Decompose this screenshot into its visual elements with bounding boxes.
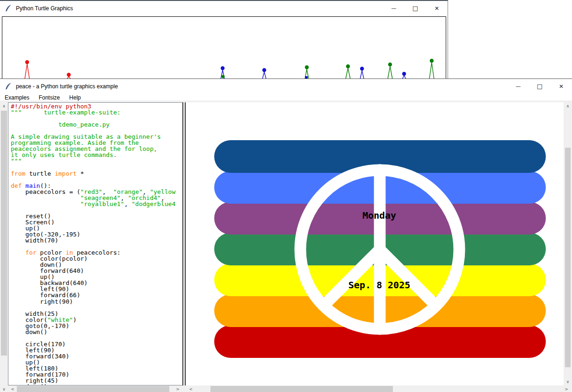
code-line: down()	[11, 329, 182, 335]
maximize-button[interactable]: □	[405, 1, 426, 15]
code-line: tdemo_peace.py	[11, 121, 182, 128]
scroll-left-icon[interactable]: <	[187, 385, 195, 392]
code-text: #!/usr/bin/env python3""" turtle-example…	[11, 103, 182, 385]
peace-example-window: peace - a Python turtle graphics example…	[0, 78, 572, 392]
turtle-figure	[25, 60, 29, 79]
code-vertical-scrollbar[interactable]: ∧	[0, 102, 8, 385]
code-line: width(70)	[11, 237, 182, 243]
canvas-vscroll-thumb[interactable]	[565, 148, 571, 367]
code-line: it only uses turtle commands.	[11, 152, 182, 158]
turtle-figure	[346, 64, 350, 79]
turtle-figures-drawing	[2, 17, 446, 80]
turtle-figure	[360, 67, 364, 79]
window-title: peace - a Python turtle graphics example	[16, 83, 118, 90]
tk-feather-icon	[4, 4, 12, 12]
tk-feather-icon	[4, 82, 12, 90]
turtle-figure	[262, 68, 266, 79]
canvas-vertical-scrollbar[interactable]: ∧ ∨	[564, 102, 572, 385]
scroll-up-icon[interactable]: ∧	[0, 102, 8, 110]
date-label: Sep. 8 2025	[348, 279, 410, 291]
canvas-horizontal-scrollbar[interactable]: < >	[186, 385, 572, 392]
source-code-pane[interactable]: #!/usr/bin/env python3""" turtle-example…	[8, 102, 182, 385]
pane-divider	[182, 102, 186, 392]
menu-bar: Examples Fontsize Help	[0, 93, 572, 102]
turtle-figure	[388, 63, 392, 79]
code-line: right(90)	[11, 299, 182, 305]
code-vscroll-thumb[interactable]	[1, 111, 7, 356]
code-horizontal-scrollbar[interactable]: < >	[8, 385, 182, 392]
turtle-window-titlebar[interactable]: Python Turtle Graphics — □ ✕	[0, 1, 448, 15]
code-line: """ turtle-example-suite:	[11, 109, 182, 115]
code-line: from turtle import *	[11, 171, 182, 177]
maximize-button[interactable]: □	[529, 79, 550, 93]
code-line: """	[11, 158, 182, 164]
scroll-up-icon[interactable]: ∧	[564, 102, 572, 110]
code-hscroll-thumb[interactable]	[17, 386, 169, 392]
canvas-hscroll-thumb[interactable]	[210, 386, 393, 392]
bottom-scrollbar-row: ∨ < > < >	[0, 385, 572, 392]
code-line: "royalblue1", "dodgerblue4	[11, 201, 182, 207]
scroll-down-icon[interactable]: ∨	[564, 378, 572, 385]
scroll-right-icon[interactable]: >	[563, 385, 570, 392]
day-label: Monday	[362, 210, 396, 221]
window-title: Python Turtle Graphics	[16, 5, 73, 12]
scroll-right-icon[interactable]: >	[174, 385, 181, 392]
menu-help[interactable]: Help	[65, 93, 86, 101]
close-button[interactable]: ✕	[426, 1, 448, 15]
scroll-left-icon[interactable]: <	[9, 385, 16, 392]
peace-window-titlebar[interactable]: peace - a Python turtle graphics example…	[0, 79, 572, 93]
scroll-down-icon[interactable]: ∨	[0, 385, 8, 392]
peace-drawing-canvas: Monday Sep. 8 2025	[186, 102, 564, 385]
peace-window-content: ∧ #!/usr/bin/env python3""" turtle-examp…	[0, 102, 572, 392]
turtle-figure	[402, 72, 406, 79]
menu-examples[interactable]: Examples	[0, 93, 34, 101]
turtle-figure	[305, 65, 309, 79]
menu-fontsize[interactable]: Fontsize	[34, 93, 65, 101]
turtle-figure	[429, 59, 434, 79]
close-button[interactable]: ✕	[550, 79, 572, 93]
desktop: Python Turtle Graphics — □ ✕ peace - a P…	[0, 0, 572, 392]
turtle-figure	[221, 66, 225, 79]
minimize-button[interactable]: —	[507, 79, 529, 93]
minimize-button[interactable]: —	[383, 1, 405, 15]
